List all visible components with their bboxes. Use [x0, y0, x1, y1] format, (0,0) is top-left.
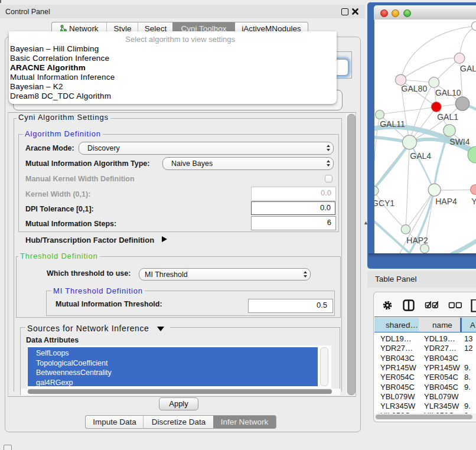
svg-text:GAL4: GAL4 [410, 151, 431, 161]
svg-text:GCY1: GCY1 [374, 198, 395, 208]
svg-text:SWI4: SWI4 [449, 137, 470, 146]
svg-text:Y: Y [471, 197, 476, 206]
svg-text:GAL1: GAL1 [437, 112, 458, 122]
svg-text:GAL10: GAL10 [435, 88, 461, 97]
svg-text:HAP4: HAP4 [435, 197, 457, 206]
svg-text:HAP2: HAP2 [406, 236, 428, 245]
svg-text:GAL80: GAL80 [402, 84, 428, 93]
svg-text:GAL7: GAL7 [460, 64, 476, 73]
svg-text:GAL11: GAL11 [380, 119, 405, 129]
